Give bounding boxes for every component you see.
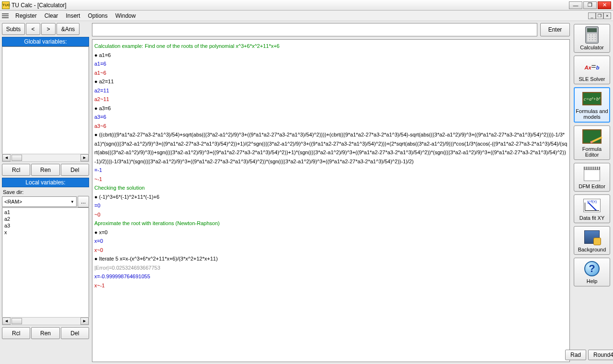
dfm-editor-tool-button[interactable]: DFM Editor xyxy=(574,163,610,192)
sle-solver-tool-button[interactable]: Ax=b SLE Solver xyxy=(574,56,610,84)
menu-insert[interactable]: Insert xyxy=(62,11,84,20)
monitor-icon xyxy=(584,230,600,244)
expression-input[interactable] xyxy=(92,23,537,36)
menu-grip-icon xyxy=(2,12,9,19)
left-panel: Subts < > &Ans Global variables: ◄ ► Rcl… xyxy=(0,21,91,364)
scroll-right-icon[interactable]: ► xyxy=(80,318,89,325)
center-panel: Enter Calculation example: Find one of t… xyxy=(91,21,571,364)
scroll-left-icon[interactable]: ◄ xyxy=(2,154,11,161)
output-line: =0 xyxy=(94,201,568,210)
output-line: x=-0.999998764691055 xyxy=(94,272,568,281)
output-line: ● a1=6 xyxy=(94,51,568,60)
local-ren-button[interactable]: Ren xyxy=(31,327,59,339)
output-line: a3~6 xyxy=(94,122,568,131)
output-line: ● ((cbrt(((9*a1*a2-27*a3-2*a1^3)/54)+sqr… xyxy=(94,130,568,166)
window-title: TU Calc - [Calculator] xyxy=(11,2,569,9)
output-line: a2=11 xyxy=(94,86,568,95)
output-line: a1=6 xyxy=(94,59,568,68)
output-line: =-1 xyxy=(94,166,568,175)
background-tool-button[interactable]: Background xyxy=(574,226,610,255)
mdi-minimize-button[interactable]: _ xyxy=(588,12,596,19)
local-del-button[interactable]: Del xyxy=(61,327,89,339)
sle-icon: Ax=b xyxy=(585,62,600,72)
global-ren-button[interactable]: Ren xyxy=(31,164,59,176)
title-bar: TUC TU Calc - [Calculator] — ❐ ✕ xyxy=(0,0,613,11)
formula-editor-tool-button[interactable]: Formula Editor xyxy=(574,125,610,160)
next-button[interactable]: > xyxy=(41,23,56,35)
global-vars-header: Global variables: xyxy=(2,37,89,46)
scroll-left-icon[interactable]: ◄ xyxy=(2,318,11,325)
calculator-tool-button[interactable]: Calculator xyxy=(574,24,610,53)
global-rcl-button[interactable]: Rcl xyxy=(2,164,30,176)
formulas-tool-button[interactable]: c=a²+b² Formulas and models xyxy=(574,87,610,123)
right-toolbar: Calculator Ax=b SLE Solver c=a²+b² Formu… xyxy=(571,21,613,364)
list-item[interactable]: a1 xyxy=(4,209,87,216)
local-scrollbar[interactable]: ◄ ► xyxy=(2,317,89,325)
menu-clear[interactable]: Clear xyxy=(41,11,62,20)
chart-icon: y=f(x) xyxy=(583,199,601,212)
output-line: ● (-1)^3+6*(-1)^2+11*(-1)+6 xyxy=(94,193,568,202)
browse-button[interactable]: ... xyxy=(78,196,89,207)
output-line: ~0 xyxy=(94,210,568,219)
menu-options[interactable]: Options xyxy=(84,11,111,20)
round-mode-button[interactable]: Round4 xyxy=(588,350,613,360)
save-dir-value: <RAM> xyxy=(4,199,22,205)
save-dir-select[interactable]: <RAM> ▼ xyxy=(2,196,77,207)
editor-icon xyxy=(582,129,602,144)
save-dir-label: Save dir: xyxy=(2,187,89,196)
subts-button[interactable]: Subts xyxy=(2,23,25,35)
output-line: x~0 xyxy=(94,246,568,255)
ans-button[interactable]: &Ans xyxy=(57,23,79,35)
output-line: Checking the solution xyxy=(94,183,568,193)
enter-button[interactable]: Enter xyxy=(540,23,570,36)
output-line: a2~11 xyxy=(94,95,568,104)
output-line: x=0 xyxy=(94,237,568,246)
output-line: Calculation example: Find one of the roo… xyxy=(94,42,568,51)
close-button[interactable]: ✕ xyxy=(598,1,611,9)
global-del-button[interactable]: Del xyxy=(61,164,89,176)
output-line: ● x=0 xyxy=(94,228,568,237)
work-area: Subts < > &Ans Global variables: ◄ ► Rcl… xyxy=(0,21,613,364)
global-vars-list[interactable] xyxy=(2,46,89,154)
output-line: ● a3=6 xyxy=(94,104,568,113)
calculator-icon xyxy=(585,26,599,44)
maximize-button[interactable]: ❐ xyxy=(583,1,597,9)
angle-mode-button[interactable]: Rad xyxy=(565,350,586,360)
output-line: ● a2=11 xyxy=(94,77,568,86)
output-line: a3=6 xyxy=(94,113,568,122)
output-line: Aproximate the root with iterations (New… xyxy=(94,219,568,228)
global-scrollbar[interactable]: ◄ ► xyxy=(2,154,89,162)
prev-button[interactable]: < xyxy=(26,23,40,35)
menu-bar: Register Clear Insert Options Window _ ❐… xyxy=(0,11,613,21)
output-line: ● Iterate 5 x=x-(x^3+6*x^2+11*x+6)/(3*x^… xyxy=(94,254,568,263)
help-icon: ? xyxy=(584,261,600,276)
app-icon: TUC xyxy=(2,1,10,9)
mdi-restore-button[interactable]: ❐ xyxy=(596,12,603,19)
list-item[interactable]: a2 xyxy=(4,216,87,222)
data-fit-tool-button[interactable]: y=f(x) Data fit XY xyxy=(574,194,610,223)
scroll-thumb[interactable] xyxy=(11,155,22,161)
list-item[interactable]: x xyxy=(4,229,87,236)
menu-window[interactable]: Window xyxy=(112,11,140,20)
mdi-close-button[interactable]: × xyxy=(603,12,611,19)
output-line: |Error|=0.025324693667753 xyxy=(94,263,568,273)
minimize-button[interactable]: — xyxy=(569,1,582,9)
notepad-icon xyxy=(584,167,600,181)
scroll-thumb[interactable] xyxy=(11,318,22,324)
scroll-right-icon[interactable]: ► xyxy=(80,154,89,161)
local-rcl-button[interactable]: Rcl xyxy=(2,327,30,339)
menu-register[interactable]: Register xyxy=(11,11,41,20)
output-line: a1~6 xyxy=(94,68,568,78)
output-line: ~-1 xyxy=(94,175,568,184)
help-tool-button[interactable]: ? Help xyxy=(574,258,610,286)
output-line: x~-1 xyxy=(94,281,568,290)
chevron-down-icon: ▼ xyxy=(70,200,74,204)
output-area[interactable]: Calculation example: Find one of the roo… xyxy=(92,39,570,362)
local-vars-header: Local variables: xyxy=(2,178,89,187)
list-item[interactable]: a3 xyxy=(4,222,87,229)
formula-icon: c=a²+b² xyxy=(582,92,602,105)
local-vars-list[interactable]: a1 a2 a3 x xyxy=(2,207,89,318)
